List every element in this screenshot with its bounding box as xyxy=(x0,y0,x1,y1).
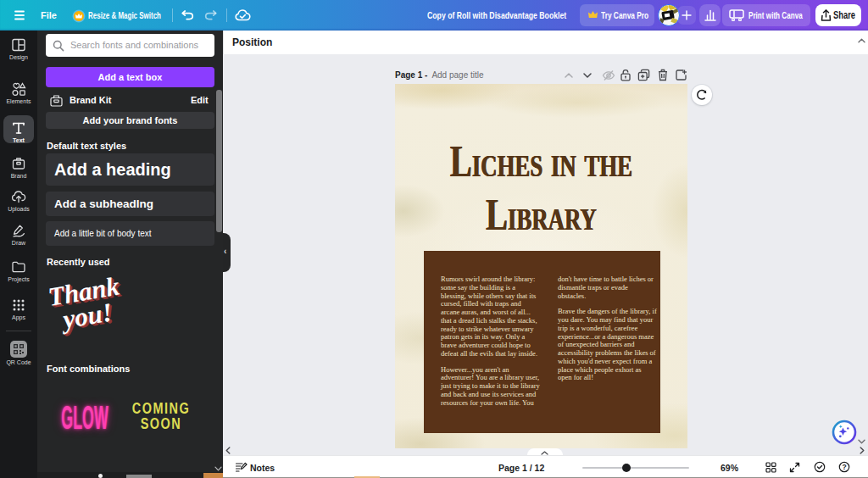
svg-text:?: ? xyxy=(842,463,846,471)
